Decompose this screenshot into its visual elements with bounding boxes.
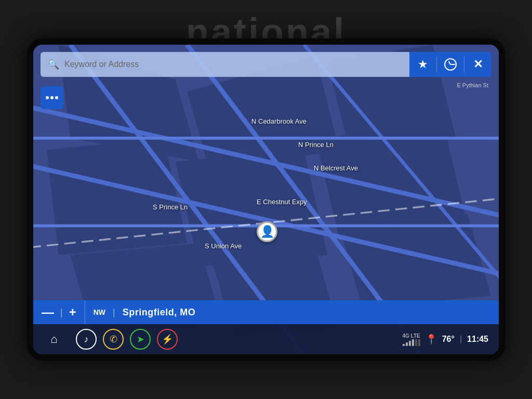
music-button[interactable]: ♪ bbox=[76, 329, 97, 350]
infotainment-screen: N Cedarbrook Ave N Prince Ln N Belcrest … bbox=[33, 45, 499, 354]
pin-circle: 👤 bbox=[257, 221, 277, 242]
direction-info: NW | Springfield, MO bbox=[85, 307, 499, 318]
direction-separator: | bbox=[113, 307, 115, 318]
zoom-out-button[interactable]: — bbox=[42, 306, 54, 318]
bar-6 bbox=[418, 339, 420, 346]
street-s-union: S Union Ave bbox=[205, 242, 242, 250]
street-e-chestnut: E Chestnut Expy bbox=[257, 198, 307, 206]
dot-2 bbox=[50, 96, 54, 99]
music-icon: ♪ bbox=[84, 334, 89, 345]
nav-arrow-icon: ➤ bbox=[137, 334, 144, 345]
search-placeholder: Keyword or Address bbox=[64, 60, 139, 69]
signal-bars bbox=[403, 339, 420, 346]
emergency-button[interactable]: ⚡ bbox=[157, 329, 178, 350]
zoom-divider: | bbox=[60, 307, 63, 318]
search-icon: 🔍 bbox=[48, 59, 59, 70]
clock-hand-minute bbox=[450, 64, 455, 65]
search-actions: ★ ✕ bbox=[409, 52, 491, 77]
lte-label: 4G LTE bbox=[402, 333, 420, 339]
info-bar: — | + NW | Springfield, MO bbox=[33, 300, 499, 324]
street-n-prince: N Prince Ln bbox=[298, 141, 334, 149]
status-bar: 4G LTE 📍 76° | 11:45 bbox=[402, 333, 488, 346]
bar-3 bbox=[409, 341, 411, 346]
direction-badge: NW bbox=[94, 308, 105, 316]
street-s-prince: S Prince Ln bbox=[153, 203, 188, 211]
bar-1 bbox=[403, 344, 405, 346]
dots-icon bbox=[46, 96, 58, 99]
zoom-in-button[interactable]: + bbox=[69, 306, 76, 318]
bar-5 bbox=[415, 339, 417, 346]
city-name: Springfield, MO bbox=[123, 307, 196, 318]
navigation-button[interactable]: ➤ bbox=[130, 329, 151, 350]
street-n-cedarbrook: N Cedarbrook Ave bbox=[251, 117, 307, 125]
menu-button[interactable] bbox=[41, 86, 63, 109]
emergency-icon: ⚡ bbox=[162, 334, 173, 345]
device-frame: N Cedarbrook Ave N Prince Ln N Belcrest … bbox=[27, 38, 505, 361]
bar-2 bbox=[406, 342, 408, 346]
dot-1 bbox=[46, 96, 49, 99]
favorites-button[interactable]: ★ bbox=[409, 52, 436, 77]
phone-button[interactable]: ✆ bbox=[103, 329, 124, 350]
clock-icon bbox=[444, 58, 457, 71]
gps-icon: 📍 bbox=[425, 334, 437, 345]
star-icon: ★ bbox=[418, 58, 428, 71]
close-icon: ✕ bbox=[473, 58, 483, 71]
search-bar: 🔍 Keyword or Address ★ ✕ bbox=[41, 52, 491, 77]
home-icon: ⌂ bbox=[50, 332, 57, 346]
street-n-belcrest: N Belcrest Ave bbox=[314, 164, 358, 172]
phone-icon: ✆ bbox=[110, 334, 117, 345]
signal-info: 4G LTE bbox=[402, 333, 420, 346]
location-label: E Pythian St bbox=[457, 82, 488, 88]
close-button[interactable]: ✕ bbox=[464, 52, 491, 77]
svg-marker-9 bbox=[339, 214, 491, 308]
history-button[interactable] bbox=[437, 52, 464, 77]
user-location-pin: 👤 bbox=[257, 221, 277, 242]
dot-3 bbox=[55, 96, 58, 99]
temp-time-divider: | bbox=[460, 335, 462, 344]
bar-4 bbox=[412, 339, 414, 346]
home-button[interactable]: ⌂ bbox=[44, 329, 64, 350]
zoom-controls: — | + bbox=[33, 300, 85, 324]
clock-time: 11:45 bbox=[467, 335, 488, 344]
nav-bar: ⌂ ♪ ✆ ➤ ⚡ 4G LTE bbox=[33, 324, 499, 354]
temperature: 76° bbox=[442, 335, 455, 344]
search-input-area[interactable]: 🔍 Keyword or Address bbox=[41, 52, 409, 77]
person-icon: 👤 bbox=[260, 225, 274, 238]
